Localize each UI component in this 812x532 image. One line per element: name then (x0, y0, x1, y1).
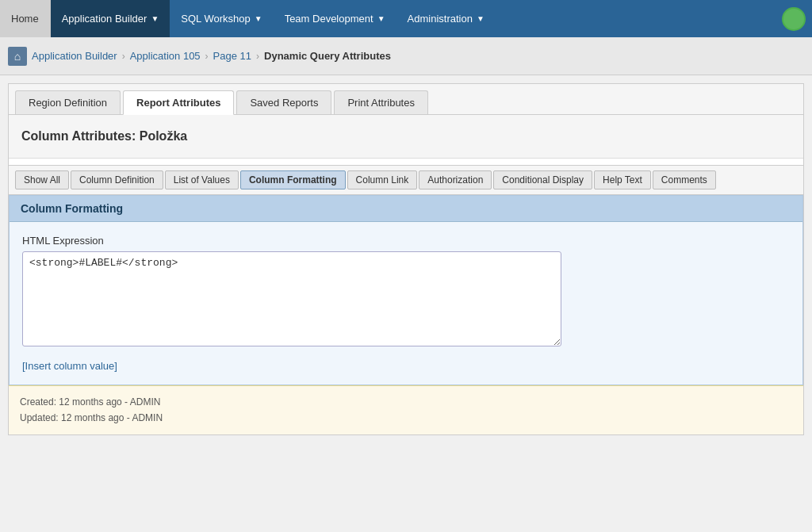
filter-authorization[interactable]: Authorization (419, 170, 492, 189)
section-header: Column Attributes: Položka (9, 115, 803, 159)
form-body: HTML Expression <strong>#LABEL#</strong>… (10, 222, 802, 385)
filter-column-link[interactable]: Column Link (347, 170, 418, 189)
breadcrumb-sep-3: › (256, 51, 259, 62)
breadcrumb-sep-2: › (205, 51, 209, 62)
filter-show-all[interactable]: Show All (15, 170, 69, 189)
filter-conditional-display[interactable]: Conditional Display (493, 170, 592, 189)
breadcrumb-app-builder[interactable]: Application Builder (32, 50, 117, 62)
nav-sql-workshop-caret: ▼ (255, 14, 262, 23)
form-section-title: Column Formatting (10, 196, 802, 222)
tab-print-attributes[interactable]: Print Attributes (334, 90, 428, 114)
nav-team-development[interactable]: Team Development ▼ (274, 0, 396, 37)
tab-region-definition[interactable]: Region Definition (15, 90, 121, 114)
top-navigation: Home Application Builder ▼ SQL Workshop … (0, 0, 812, 37)
section-title: Column Attributes: Položka (21, 129, 187, 143)
filter-column-definition[interactable]: Column Definition (71, 170, 163, 189)
breadcrumb-current: Dynamic Query Attributes (264, 50, 391, 62)
nav-team-development-label: Team Development (285, 13, 373, 25)
nav-application-builder-label: Application Builder (62, 13, 147, 25)
nav-team-development-caret: ▼ (377, 14, 385, 23)
footer-info: Created: 12 months ago - ADMIN Updated: … (9, 385, 803, 434)
breadcrumb-app-105[interactable]: Application 105 (130, 50, 201, 62)
breadcrumb-items: Application Builder › Application 105 › … (32, 50, 391, 62)
nav-home[interactable]: Home (0, 0, 51, 37)
html-expression-textarea[interactable]: <strong>#LABEL#</strong> (22, 251, 561, 346)
main-content: Region Definition Report Attributes Save… (8, 83, 804, 435)
filter-bar: Show All Column Definition List of Value… (9, 165, 803, 195)
home-label: Home (11, 13, 39, 25)
content-wrapper: Column Attributes: Položka Show All Colu… (9, 115, 803, 434)
nav-application-builder[interactable]: Application Builder ▼ (51, 0, 170, 37)
filter-help-text[interactable]: Help Text (594, 170, 651, 189)
filter-column-formatting[interactable]: Column Formatting (240, 170, 346, 189)
html-expression-label: HTML Expression (22, 235, 790, 247)
breadcrumb-sep-1: › (122, 51, 125, 62)
form-section: Column Formatting HTML Expression <stron… (9, 195, 803, 385)
footer-updated: Updated: 12 months ago - ADMIN (20, 410, 792, 426)
breadcrumb-page-11[interactable]: Page 11 (213, 50, 251, 62)
breadcrumb-home-icon[interactable]: ⌂ (8, 47, 27, 66)
tab-report-attributes[interactable]: Report Attributes (123, 90, 234, 115)
tab-saved-reports[interactable]: Saved Reports (236, 90, 331, 114)
footer-created: Created: 12 months ago - ADMIN (20, 394, 792, 410)
nav-administration-caret: ▼ (477, 14, 485, 23)
filter-list-of-values[interactable]: List of Values (165, 170, 239, 189)
breadcrumb: ⌂ Application Builder › Application 105 … (0, 37, 812, 75)
tabs-bar: Region Definition Report Attributes Save… (9, 84, 803, 115)
nav-sql-workshop-label: SQL Workshop (181, 13, 250, 25)
nav-administration[interactable]: Administration ▼ (396, 0, 496, 37)
nav-administration-label: Administration (408, 13, 473, 25)
filter-comments[interactable]: Comments (653, 170, 716, 189)
nav-application-builder-caret: ▼ (151, 14, 159, 23)
top-nav-right (782, 0, 812, 37)
nav-sql-workshop[interactable]: SQL Workshop ▼ (170, 0, 273, 37)
insert-column-value-link[interactable]: [Insert column value] (22, 360, 117, 372)
status-indicator (782, 7, 806, 31)
